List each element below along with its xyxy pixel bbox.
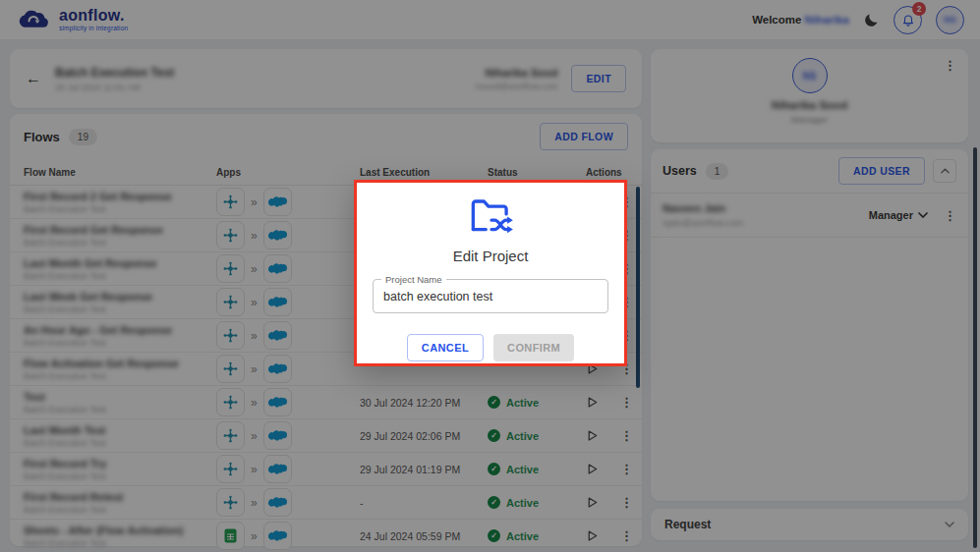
edit-project-folder-icon (357, 193, 624, 242)
modal-title: Edit Project (357, 248, 624, 264)
cancel-button[interactable]: CANCEL (407, 334, 484, 361)
confirm-button[interactable]: CONFIRM (493, 334, 574, 361)
project-name-field-label: Project Name (381, 274, 446, 285)
edit-project-modal: Edit Project Project Name CANCEL CONFIRM (354, 180, 627, 366)
